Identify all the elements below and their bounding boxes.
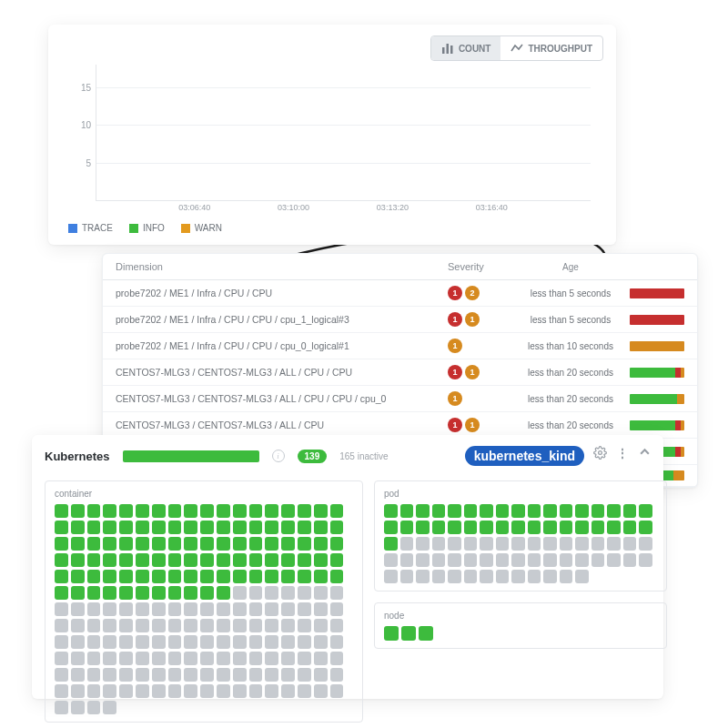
status-cell[interactable] xyxy=(560,537,573,551)
status-cell[interactable] xyxy=(448,537,461,551)
status-cell[interactable] xyxy=(200,602,214,616)
status-cell[interactable] xyxy=(103,652,116,665)
status-cell[interactable] xyxy=(298,684,311,698)
status-cell[interactable] xyxy=(592,537,605,551)
info-icon[interactable]: i xyxy=(272,450,285,462)
status-cell[interactable] xyxy=(464,537,478,551)
status-cell[interactable] xyxy=(55,652,68,665)
status-cell[interactable] xyxy=(543,521,557,534)
status-cell[interactable] xyxy=(416,521,430,534)
status-cell[interactable] xyxy=(168,504,182,518)
status-cell[interactable] xyxy=(639,537,652,551)
status-cell[interactable] xyxy=(480,570,493,583)
status-cell[interactable] xyxy=(384,504,398,518)
status-cell[interactable] xyxy=(330,652,344,665)
status-cell[interactable] xyxy=(384,570,398,583)
status-cell[interactable] xyxy=(152,635,166,649)
status-cell[interactable] xyxy=(103,537,116,551)
status-cell[interactable] xyxy=(217,668,230,682)
status-cell[interactable] xyxy=(233,619,247,632)
status-cell[interactable] xyxy=(314,652,328,665)
status-cell[interactable] xyxy=(103,684,116,698)
status-cell[interactable] xyxy=(560,570,573,583)
status-cell[interactable] xyxy=(464,521,478,534)
status-cell[interactable] xyxy=(623,553,637,567)
status-cell[interactable] xyxy=(217,684,230,698)
status-cell[interactable] xyxy=(136,684,149,698)
status-cell[interactable] xyxy=(71,586,85,600)
status-cell[interactable] xyxy=(265,553,278,567)
status-cell[interactable] xyxy=(400,553,414,567)
status-cell[interactable] xyxy=(330,684,344,698)
status-cell[interactable] xyxy=(55,668,68,682)
status-cell[interactable] xyxy=(298,504,311,518)
status-cell[interactable] xyxy=(168,602,182,616)
status-cell[interactable] xyxy=(298,570,311,583)
status-cell[interactable] xyxy=(330,570,344,583)
status-cell[interactable] xyxy=(298,537,311,551)
status-cell[interactable] xyxy=(184,521,197,534)
status-cell[interactable] xyxy=(87,635,101,649)
status-cell[interactable] xyxy=(233,602,247,616)
status-cell[interactable] xyxy=(200,684,214,698)
status-cell[interactable] xyxy=(217,619,230,632)
status-cell[interactable] xyxy=(623,521,637,534)
status-cell[interactable] xyxy=(265,619,278,632)
status-cell[interactable] xyxy=(119,652,133,665)
status-cell[interactable] xyxy=(623,537,637,551)
status-cell[interactable] xyxy=(298,521,311,534)
status-cell[interactable] xyxy=(432,570,446,583)
status-cell[interactable] xyxy=(400,504,414,518)
status-cell[interactable] xyxy=(281,684,295,698)
status-cell[interactable] xyxy=(71,701,85,714)
status-cell[interactable] xyxy=(480,553,493,567)
status-cell[interactable] xyxy=(200,504,214,518)
status-cell[interactable] xyxy=(432,521,446,534)
status-cell[interactable] xyxy=(592,504,605,518)
status-cell[interactable] xyxy=(639,504,652,518)
status-cell[interactable] xyxy=(298,602,311,616)
status-cell[interactable] xyxy=(136,553,149,567)
status-cell[interactable] xyxy=(511,504,525,518)
status-cell[interactable] xyxy=(314,521,328,534)
status-cell[interactable] xyxy=(281,668,295,682)
status-cell[interactable] xyxy=(119,553,133,567)
status-cell[interactable] xyxy=(384,553,398,567)
status-cell[interactable] xyxy=(314,668,328,682)
status-cell[interactable] xyxy=(401,626,416,641)
status-cell[interactable] xyxy=(607,553,621,567)
gear-icon[interactable] xyxy=(593,446,607,466)
status-cell[interactable] xyxy=(314,586,328,600)
alert-row[interactable]: CENTOS7-MLG3 / CENTOS7-MLG3 / ALL / CPU … xyxy=(103,359,697,386)
status-cell[interactable] xyxy=(432,504,446,518)
status-cell[interactable] xyxy=(528,537,541,551)
status-cell[interactable] xyxy=(103,701,116,714)
status-cell[interactable] xyxy=(575,553,589,567)
status-cell[interactable] xyxy=(184,684,197,698)
status-cell[interactable] xyxy=(152,668,166,682)
status-cell[interactable] xyxy=(168,684,182,698)
status-cell[interactable] xyxy=(55,521,68,534)
status-cell[interactable] xyxy=(249,504,263,518)
status-cell[interactable] xyxy=(103,504,116,518)
status-cell[interactable] xyxy=(103,521,116,534)
status-cell[interactable] xyxy=(152,553,166,567)
status-cell[interactable] xyxy=(249,570,263,583)
status-cell[interactable] xyxy=(496,570,510,583)
status-cell[interactable] xyxy=(575,521,589,534)
status-cell[interactable] xyxy=(217,553,230,567)
status-cell[interactable] xyxy=(152,586,166,600)
status-cell[interactable] xyxy=(217,537,230,551)
status-cell[interactable] xyxy=(136,619,149,632)
status-cell[interactable] xyxy=(575,570,589,583)
status-cell[interactable] xyxy=(87,602,101,616)
status-cell[interactable] xyxy=(281,504,295,518)
status-cell[interactable] xyxy=(330,602,344,616)
status-cell[interactable] xyxy=(416,504,430,518)
status-cell[interactable] xyxy=(119,668,133,682)
status-cell[interactable] xyxy=(298,553,311,567)
status-cell[interactable] xyxy=(233,684,247,698)
status-cell[interactable] xyxy=(448,521,461,534)
status-cell[interactable] xyxy=(200,521,214,534)
status-cell[interactable] xyxy=(543,537,557,551)
